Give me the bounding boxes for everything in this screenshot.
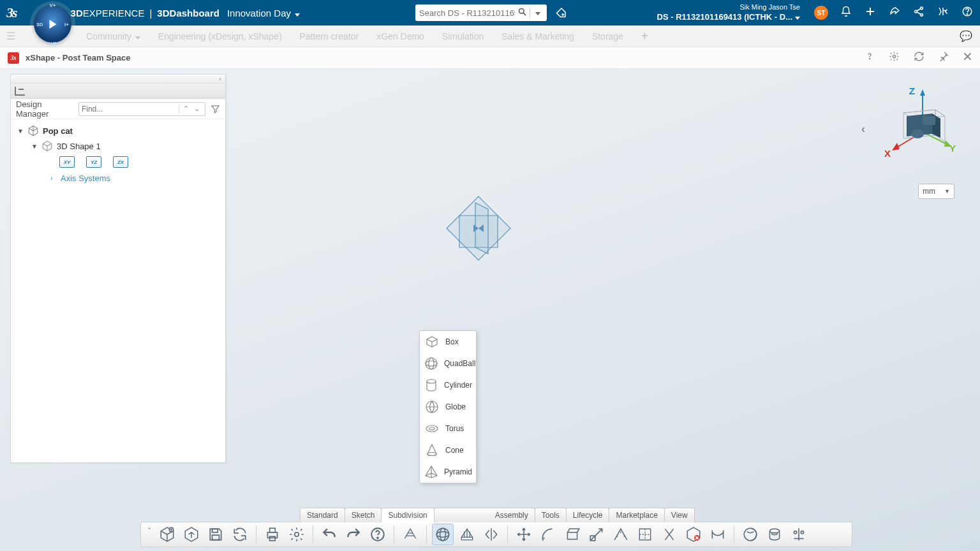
plus-icon[interactable] (864, 6, 877, 20)
caret-down-icon[interactable]: ▼ (17, 128, 24, 135)
tab-sales-marketing[interactable]: Sales & Marketing (501, 31, 574, 41)
gear-icon[interactable] (889, 51, 900, 65)
caret-down-icon[interactable]: ▼ (31, 143, 38, 150)
primitive-torus[interactable]: Torus (420, 418, 476, 439)
merge-button[interactable] (658, 524, 680, 545)
delete-face-button[interactable] (683, 524, 704, 545)
share-nodes-icon[interactable] (912, 6, 925, 20)
tree-view-icon[interactable] (15, 87, 25, 96)
search-box[interactable] (415, 4, 547, 21)
primitive-pyramid[interactable]: Pyramid (420, 461, 476, 483)
shelf-expand-button[interactable]: ⌄ (145, 524, 154, 545)
svg-rect-44 (212, 535, 219, 540)
add-tab-button[interactable]: + (641, 29, 648, 43)
plane-zx[interactable]: ZX (113, 156, 128, 168)
help-icon[interactable] (961, 6, 974, 20)
share-arrow-icon[interactable] (888, 6, 901, 20)
filter-icon[interactable] (211, 104, 220, 114)
shell-button[interactable] (764, 524, 785, 545)
tooltab-marketplace[interactable]: Marketplace (609, 508, 664, 522)
find-box[interactable]: ⌃ ⌄ (78, 102, 205, 116)
tab-pattern-creator[interactable]: Pattern creator (300, 31, 359, 41)
subdivide-button[interactable] (634, 524, 656, 545)
workspace-selector[interactable]: Innovation Day (227, 8, 300, 18)
user-meta[interactable]: Sik Ming Jason Tse DS - R1132101169413 (… (657, 3, 800, 22)
primitive-button[interactable] (432, 524, 454, 545)
panel-collapse-button[interactable]: ‹ (11, 75, 225, 84)
menu-icon[interactable]: ☰ (6, 30, 15, 42)
chevron-down-icon (795, 12, 800, 22)
bend-button[interactable] (537, 524, 559, 545)
plane-yz[interactable]: YZ (86, 156, 101, 168)
knife-button[interactable] (586, 524, 607, 545)
search-icon[interactable] (517, 7, 527, 18)
cage-button[interactable] (456, 524, 478, 545)
extrude-button[interactable] (561, 524, 583, 545)
chat-icon[interactable]: 💬 (960, 30, 972, 42)
ify-icon[interactable] (937, 6, 949, 20)
tag-icon[interactable] (552, 7, 567, 18)
svg-marker-16 (459, 216, 498, 247)
analysis-button[interactable] (739, 524, 761, 545)
primitive-globe[interactable]: Globe (420, 396, 476, 418)
grid-button[interactable] (399, 524, 421, 545)
bridge-button[interactable] (707, 524, 729, 545)
find-input[interactable] (82, 105, 177, 114)
view-cube[interactable]: Z Y X (884, 84, 954, 161)
save-button[interactable] (205, 524, 226, 545)
new-button[interactable] (156, 524, 178, 545)
find-next-button[interactable]: ⌄ (191, 105, 202, 113)
redo-button[interactable] (343, 524, 364, 545)
compass[interactable]: V+ V.R 3D i+ (29, 0, 77, 48)
settings-button[interactable] (286, 524, 308, 545)
tooltab-assembly[interactable]: Assembly (434, 508, 535, 522)
caret-right-icon[interactable]: › (50, 175, 57, 182)
tooltab-tools[interactable]: Tools (535, 508, 567, 522)
tooltab-lifecycle[interactable]: Lifecycle (566, 508, 610, 522)
tooltab-subdivision[interactable]: Subdivision (381, 508, 434, 522)
primitive-cylinder[interactable]: Cylinder (420, 374, 476, 396)
bell-icon[interactable] (840, 6, 852, 20)
topbar-right: Sik Ming Jason Tse DS - R1132101169413 (… (657, 3, 974, 22)
primitive-box[interactable]: Box (420, 331, 476, 353)
tab-simulation[interactable]: Simulation (442, 31, 484, 41)
tooltab-sketch[interactable]: Sketch (345, 508, 382, 522)
svg-rect-47 (270, 536, 276, 541)
move-button[interactable] (513, 524, 535, 545)
tooltab-standard[interactable]: Standard (300, 508, 345, 522)
crease-button[interactable] (610, 524, 632, 545)
design-manager-label: Design Manager (16, 99, 73, 119)
unit-selector[interactable]: mm ▼ (918, 184, 954, 199)
find-prev-button[interactable]: ⌃ (181, 105, 191, 113)
tab-engineering[interactable]: Engineering (xDesign, xShape) (158, 31, 282, 41)
print-button[interactable] (262, 524, 283, 545)
tree-axis-systems[interactable]: › Axis Systems (15, 172, 221, 185)
open-button[interactable] (181, 524, 202, 545)
symmetry-button[interactable] (480, 524, 502, 545)
cylinder-icon (424, 377, 439, 393)
help-icon[interactable] (865, 51, 875, 64)
tooltab-view[interactable]: View (664, 508, 695, 522)
avatar[interactable]: ST (814, 6, 828, 20)
help-button[interactable] (367, 524, 389, 545)
reload-button[interactable] (229, 524, 251, 545)
close-icon[interactable] (963, 52, 972, 64)
expand-panel-icon[interactable]: ‹ (861, 122, 865, 136)
plane-xy[interactable]: XY (59, 156, 75, 168)
tab-community[interactable]: Community (86, 31, 140, 41)
search-input[interactable] (419, 8, 515, 18)
undo-button[interactable] (318, 524, 340, 545)
svg-point-34 (426, 358, 437, 369)
align-button[interactable] (788, 524, 810, 545)
canvas-area[interactable]: ‹ Design Manager ⌃ ⌄ ▼ Pop cat ▼ 3D (0, 69, 980, 551)
search-scope-chevron[interactable] (533, 10, 543, 17)
tree-root[interactable]: ▼ Pop cat (15, 123, 221, 138)
primitive-quadball[interactable]: QuadBall (420, 353, 476, 374)
tree-shape[interactable]: ▼ 3D Shape 1 (15, 138, 221, 154)
tab-xgen-demo[interactable]: xGen Demo (376, 31, 424, 41)
refresh-icon[interactable] (914, 51, 924, 65)
primitive-cone[interactable]: Cone (420, 439, 476, 461)
pin-icon[interactable] (939, 51, 949, 64)
tab-storage[interactable]: Storage (592, 31, 623, 41)
primitive-popup: Box QuadBall Cylinder Globe Torus Cone P… (419, 330, 477, 483)
